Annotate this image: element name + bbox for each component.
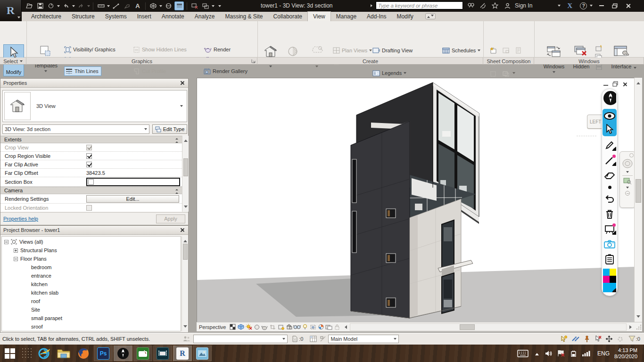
- user-interface-button[interactable]: User Interface: [607, 44, 636, 69]
- size-dot-indicator[interactable]: [603, 184, 616, 190]
- properties-title-bar[interactable]: Properties: [0, 79, 188, 88]
- line-tool-button[interactable]: [603, 154, 616, 166]
- shadows-icon[interactable]: [253, 323, 261, 330]
- steering-wheel-icon[interactable]: [622, 158, 633, 169]
- reveal-hidden-elements-icon[interactable]: [301, 323, 309, 330]
- open-button[interactable]: [25, 1, 34, 10]
- search-input[interactable]: Type a keyword or phrase: [376, 1, 463, 9]
- ribbon-collapse-control[interactable]: [425, 13, 436, 19]
- tree-item-views-all[interactable]: Views (all): [2, 238, 181, 246]
- select-panel-caption[interactable]: Select: [0, 58, 26, 65]
- drag-elements-icon[interactable]: [605, 335, 613, 343]
- drafting-view-button[interactable]: Drafting View: [372, 46, 413, 55]
- rendering-settings-edit-button[interactable]: Edit...: [86, 195, 179, 203]
- crop-region-icon[interactable]: [277, 323, 285, 330]
- expand-icon[interactable]: [14, 248, 18, 253]
- render-gallery-button[interactable]: Render Gallery: [204, 66, 248, 76]
- color-palette-button[interactable]: [603, 268, 616, 293]
- epic-pen-logo[interactable]: [603, 90, 616, 106]
- property-row-far-clip-active[interactable]: Far Clip Active: [0, 160, 182, 169]
- view-restore-icon[interactable]: [612, 81, 619, 87]
- select-cursor-button[interactable]: [603, 123, 616, 135]
- tab-massing-site[interactable]: Massing & Site: [220, 12, 268, 21]
- visibility-graphics-button[interactable]: Visibility/ Graphics: [64, 45, 116, 54]
- help-icon[interactable]: ?: [580, 2, 587, 9]
- aligned-dimension-button[interactable]: [111, 1, 121, 10]
- clipboard-button[interactable]: [603, 253, 616, 265]
- tree-item-kitchen-slab[interactable]: kitchen slab: [2, 288, 181, 297]
- temporary-view-properties-icon[interactable]: [309, 323, 317, 330]
- link-select-icon[interactable]: [571, 336, 580, 342]
- zoom-dropdown-icon[interactable]: [626, 187, 629, 190]
- zoom-region-icon[interactable]: [623, 177, 632, 184]
- view-minimize-icon[interactable]: [603, 85, 608, 86]
- filter-icon[interactable]: [628, 336, 636, 342]
- application-menu-button[interactable]: R: [0, 0, 22, 21]
- scrollbar-left-icon[interactable]: [341, 323, 349, 330]
- replicate-window-button[interactable]: [595, 45, 603, 52]
- search-expand-icon[interactable]: [371, 1, 374, 9]
- exchange-apps-icon[interactable]: X: [567, 2, 572, 10]
- tab-modify[interactable]: Modify: [391, 12, 418, 21]
- wheel-close-icon[interactable]: [629, 153, 634, 157]
- signal-strength-icon[interactable]: [580, 346, 592, 361]
- properties-close-button[interactable]: [179, 80, 185, 86]
- drawing-area[interactable]: LEFT: [197, 78, 634, 322]
- design-options-icon[interactable]: [310, 336, 317, 342]
- project-browser-title-bar[interactable]: Project Browser - tower1: [0, 226, 188, 235]
- 3d-view-dropdown-icon[interactable]: [159, 5, 162, 8]
- sign-in-label[interactable]: Sign In: [515, 2, 532, 9]
- minimize-button[interactable]: [595, 1, 608, 10]
- tab-structure[interactable]: Structure: [66, 12, 100, 21]
- taskbar-file-explorer[interactable]: [54, 346, 73, 361]
- tray-expand-icon[interactable]: [532, 346, 542, 361]
- thin-lines-button[interactable]: Thin Lines: [64, 66, 101, 76]
- tree-item-kitchen[interactable]: kitchen: [2, 280, 181, 288]
- far-clip-offset-value[interactable]: 38423.5: [86, 170, 105, 176]
- sun-path-icon[interactable]: [245, 323, 253, 330]
- tree-item-floor-plans[interactable]: Floor Plans: [2, 255, 181, 263]
- minimize-wheel-icon[interactable]: [625, 191, 630, 196]
- editable-only-icon[interactable]: [559, 335, 568, 343]
- clock[interactable]: 4:13 PM 8/20/2020: [614, 347, 637, 360]
- new-sheet-button[interactable]: [487, 45, 499, 56]
- locked-3d-view-icon[interactable]: [285, 323, 293, 330]
- view-close-icon[interactable]: [623, 82, 627, 86]
- close-inactive-views-button[interactable]: [190, 1, 199, 10]
- screenshot-camera-button[interactable]: [603, 238, 616, 250]
- tab-insert[interactable]: Insert: [132, 12, 157, 21]
- sheet-composition-panel-caption[interactable]: Sheet Composition: [484, 58, 534, 65]
- thin-lines-toggle[interactable]: [174, 1, 184, 10]
- graphics-panel-caption[interactable]: Graphics: [27, 58, 257, 65]
- crop-view-icon[interactable]: [269, 323, 277, 330]
- view-scale-label[interactable]: Perspective: [199, 324, 226, 330]
- taskbar-photoshop[interactable]: Ps: [94, 346, 113, 361]
- volume-icon[interactable]: [543, 346, 554, 361]
- edit-type-button[interactable]: Edit Type: [152, 124, 187, 134]
- crop-region-visible-checkbox[interactable]: [86, 153, 92, 159]
- section-box-checkbox[interactable]: [88, 179, 94, 185]
- resize-grip[interactable]: [636, 324, 642, 330]
- save-button[interactable]: [35, 1, 45, 10]
- scrollbar-right-icon[interactable]: [627, 323, 636, 330]
- taskbar-internet-explorer[interactable]: [34, 346, 53, 361]
- visual-style-icon[interactable]: [237, 323, 245, 330]
- switch-windows-qat-button[interactable]: [201, 1, 210, 10]
- apply-button[interactable]: Apply: [156, 214, 185, 223]
- properties-scrollbar[interactable]: [182, 136, 189, 212]
- extents-section-header[interactable]: Extents: [0, 136, 182, 143]
- sync-dropdown-icon[interactable]: [57, 5, 60, 8]
- create-panel-caption[interactable]: Create: [258, 58, 483, 65]
- measure-button[interactable]: [96, 1, 106, 10]
- tree-item-small-parapet[interactable]: small parapet: [2, 314, 181, 322]
- collapse-icon[interactable]: [4, 240, 8, 244]
- section-box-value-cell[interactable]: [86, 178, 180, 186]
- taskbar-revit[interactable]: R: [173, 346, 192, 361]
- tab-addins[interactable]: Add-Ins: [362, 12, 391, 21]
- temporary-hide-isolate-icon[interactable]: [293, 323, 301, 330]
- search-icon[interactable]: [466, 1, 475, 10]
- touch-keyboard-icon[interactable]: [515, 346, 531, 361]
- tree-item-structural-plans[interactable]: Structural Plans: [2, 246, 181, 255]
- tree-item-bedroom[interactable]: bedroom: [2, 263, 181, 272]
- property-row-crop-region-visible[interactable]: Crop Region Visible: [0, 152, 182, 160]
